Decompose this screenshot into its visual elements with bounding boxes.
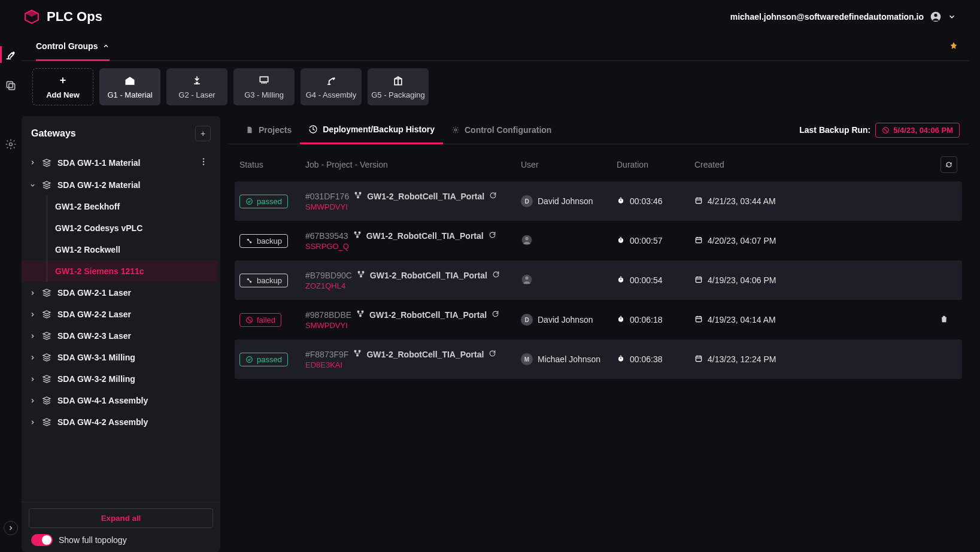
- svg-point-12: [454, 129, 457, 131]
- control-group-cards: + Add New G1 - Material G2 - Laser G3 - …: [22, 61, 969, 116]
- cell-job: #031DF176GW1-2_RobotCell_TIA_PortalSMWPD…: [305, 191, 521, 211]
- tab-config[interactable]: Control Configuration: [443, 117, 560, 143]
- gateway-child-row[interactable]: GW1-2 Codesys vPLC: [22, 217, 218, 239]
- control-group-card-g3[interactable]: G3 - Milling: [233, 68, 295, 105]
- svg-rect-17: [357, 196, 359, 199]
- redeploy-icon[interactable]: [489, 350, 496, 359]
- svg-point-48: [247, 356, 253, 362]
- version-tag: SMWPDVYI: [305, 202, 521, 211]
- add-label: Add New: [46, 90, 80, 99]
- rail-item-controls[interactable]: [4, 47, 18, 62]
- version-tag: SMWPDVYI: [305, 321, 521, 330]
- logo-icon: [24, 9, 40, 25]
- gateway-row[interactable]: SDA GW-3-2 Milling: [22, 368, 218, 390]
- cell-duration: 00:06:18: [617, 315, 694, 325]
- redeploy-icon[interactable]: [491, 310, 499, 320]
- hierarchy-icon: [356, 310, 365, 320]
- delete-button[interactable]: [939, 316, 949, 326]
- chevron-right-icon: [29, 159, 36, 166]
- rail-item-settings[interactable]: [4, 137, 18, 151]
- gateway-row[interactable]: SDA GW-2-2 Laser: [22, 304, 218, 325]
- avatar: D: [521, 314, 533, 326]
- tab-projects[interactable]: Projects: [237, 117, 300, 143]
- svg-rect-51: [357, 354, 359, 357]
- table-row[interactable]: passed#F8873F9FGW1-2_RobotCell_TIA_Porta…: [235, 339, 962, 379]
- gateway-row[interactable]: SDA GW-1-1 Material: [22, 151, 218, 174]
- gateway-row[interactable]: SDA GW-2-1 Laser: [22, 282, 218, 304]
- gateway-row[interactable]: SDA GW-3-1 Milling: [22, 347, 218, 368]
- rail-collapse-button[interactable]: [4, 521, 18, 535]
- tab-control-groups[interactable]: Control Groups: [36, 33, 110, 61]
- control-group-card-g2[interactable]: G2 - Laser: [166, 68, 227, 105]
- avatar: M: [521, 353, 533, 365]
- tab-history[interactable]: Deployment/Backup History: [300, 116, 443, 144]
- gateway-label: SDA GW-2-2 Laser: [57, 310, 208, 319]
- table-row[interactable]: backup#B79BD90CGW1-2_RobotCell_TIA_Porta…: [235, 260, 962, 300]
- redeploy-icon[interactable]: [489, 231, 496, 241]
- project-name: GW1-2_RobotCell_TIA_Portal: [367, 192, 484, 201]
- expand-all-button[interactable]: Expand all: [29, 508, 213, 528]
- version-tag: SSRPGO_Q: [305, 242, 521, 251]
- cancel-icon: [882, 126, 890, 134]
- gateway-row[interactable]: SDA GW-1-2 Material: [22, 174, 218, 196]
- table-row[interactable]: backup#67B39543GW1-2_RobotCell_TIA_Porta…: [235, 221, 962, 260]
- rail-item-clipboard[interactable]: [4, 78, 18, 93]
- calendar-icon: [694, 196, 703, 207]
- cell-duration: 00:06:38: [617, 354, 694, 365]
- content-tabs: Projects Deployment/Backup History Contr…: [227, 116, 969, 144]
- cell-user: [521, 274, 617, 287]
- gateway-row[interactable]: SDA GW-2-3 Laser: [22, 325, 218, 347]
- table-row[interactable]: failed#9878BDBEGW1-2_RobotCell_TIA_Porta…: [235, 300, 962, 339]
- svg-rect-40: [696, 277, 701, 282]
- gateway-child-row[interactable]: GW1-2 Beckhoff: [22, 196, 218, 217]
- gateway-row[interactable]: SDA GW-4-1 Assembly: [22, 390, 218, 411]
- stack-icon: [42, 417, 51, 427]
- svg-point-2: [13, 51, 15, 54]
- history-icon: [308, 125, 318, 134]
- stack-icon: [42, 310, 51, 319]
- chevron-right-icon: [7, 524, 14, 532]
- control-group-card-g4[interactable]: G4 - Assembly: [301, 68, 362, 105]
- avatar-anonymous-icon: [521, 274, 533, 287]
- control-groups-tabs: Control Groups: [22, 33, 969, 61]
- gateway-child-row[interactable]: GW1-2 Siemens 1211c: [22, 260, 218, 282]
- user-menu[interactable]: michael.johnson@softwaredefinedautomatio…: [730, 11, 956, 23]
- card-label: G5 - Packaging: [371, 90, 425, 99]
- content-panel: Projects Deployment/Backup History Contr…: [227, 116, 969, 552]
- gateway-menu-button[interactable]: [199, 157, 208, 168]
- gateway-row[interactable]: SDA GW-4-2 Assembly: [22, 411, 218, 433]
- hierarchy-icon: [353, 230, 362, 241]
- cell-actions[interactable]: [939, 314, 957, 326]
- table-row[interactable]: passed#031DF176GW1-2_RobotCell_TIA_Porta…: [235, 181, 962, 221]
- add-control-group[interactable]: + Add New: [32, 68, 93, 105]
- redeploy-icon[interactable]: [492, 271, 500, 280]
- gateway-child-label: GW1-2 Beckhoff: [55, 202, 208, 211]
- cell-created: 4/13/23, 12:24 PM: [694, 354, 939, 365]
- gateway-label: SDA GW-1-2 Material: [57, 180, 208, 190]
- svg-rect-39: [620, 276, 621, 277]
- created-value: 4/19/23, 04:14 AM: [708, 315, 776, 324]
- topology-toggle[interactable]: [31, 534, 53, 546]
- cell-user: [521, 234, 617, 248]
- pin-button[interactable]: [949, 41, 958, 53]
- duration-value: 00:03:46: [630, 196, 663, 206]
- control-group-card-g1[interactable]: G1 - Material: [99, 68, 160, 105]
- refresh-table-button[interactable]: [940, 156, 957, 173]
- cell-job: #9878BDBEGW1-2_RobotCell_TIA_PortalSMWPD…: [305, 310, 521, 330]
- svg-point-14: [247, 198, 253, 204]
- card-label: G3 - Milling: [244, 90, 284, 99]
- svg-point-10: [203, 161, 204, 162]
- cell-job: #B79BD90CGW1-2_RobotCell_TIA_PortalZOZ1Q…: [305, 270, 521, 290]
- last-backup-label: Last Backup Run:: [799, 125, 870, 135]
- hierarchy-icon: [354, 191, 362, 201]
- calendar-icon: [694, 354, 703, 365]
- redeploy-icon[interactable]: [489, 192, 497, 201]
- gateway-label: SDA GW-3-2 Milling: [57, 374, 208, 384]
- stopwatch-icon: [617, 236, 625, 246]
- gateway-child-row[interactable]: GW1-2 Rockwell: [22, 239, 218, 260]
- chevron-right-icon: [29, 376, 36, 383]
- last-backup: Last Backup Run: 5/4/23, 04:06 PM: [799, 123, 960, 138]
- add-gateway-button[interactable]: +: [195, 126, 211, 141]
- col-status: Status: [239, 160, 305, 169]
- control-group-card-g5[interactable]: G5 - Packaging: [368, 68, 429, 105]
